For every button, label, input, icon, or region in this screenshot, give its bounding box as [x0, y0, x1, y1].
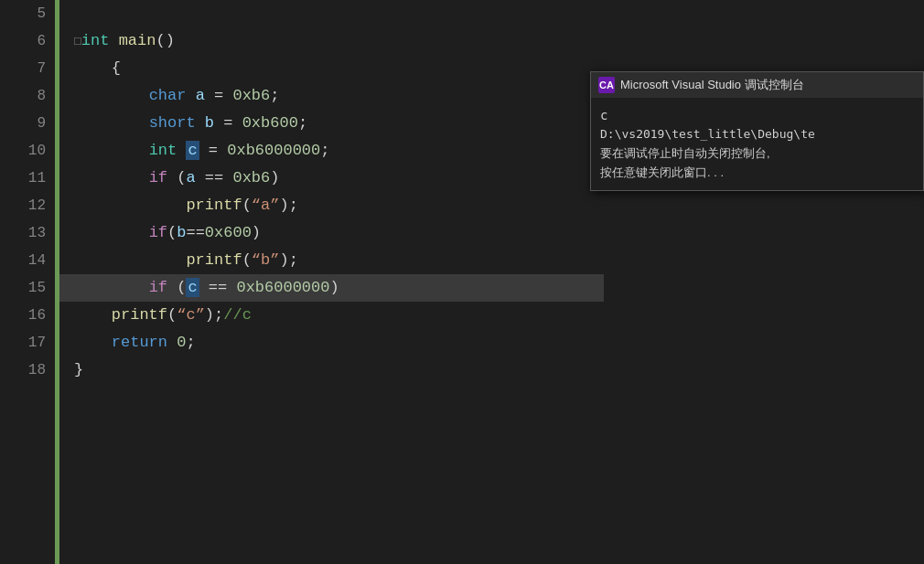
code-editor[interactable]: 5 6 7 8 9 10 11 12 13 14 15 16 17 18 □in… [0, 0, 604, 564]
line-num-6: 6 [0, 27, 46, 55]
line-num-10: 10 [0, 137, 46, 165]
code-line-9: short b = 0xb600; [59, 110, 604, 137]
code-line-17: return 0; [59, 329, 604, 356]
code-line-11: if (a == 0xb6) [59, 165, 604, 192]
debug-console-window[interactable]: CA Microsoft Visual Studio 调试控制台 c D:\vs… [590, 71, 924, 191]
code-line-13: if(b==0x600) [59, 219, 604, 247]
code-line-15: if (c == 0xb6000000) [59, 274, 604, 302]
code-line-14: printf(“b”); [59, 247, 604, 274]
line-num-16: 16 [0, 302, 46, 329]
line-num-9: 9 [0, 110, 46, 137]
line-num-11: 11 [0, 165, 46, 192]
line-num-14: 14 [0, 247, 46, 274]
line-numbers: 5 6 7 8 9 10 11 12 13 14 15 16 17 18 [0, 0, 55, 564]
debug-console-titlebar[interactable]: CA Microsoft Visual Studio 调试控制台 [591, 72, 923, 98]
debug-output-line-4: 按任意键关闭此窗口. . . [600, 164, 914, 183]
code-line-8: char a = 0xb6; [59, 82, 604, 110]
debug-console-title: Microsoft Visual Studio 调试控制台 [620, 77, 804, 93]
line-num-7: 7 [0, 55, 46, 82]
debug-console-icon: CA [598, 77, 615, 93]
debug-output-line-1: c [600, 105, 914, 125]
code-line-12: printf(“a”); [59, 192, 604, 219]
line-num-17: 17 [0, 329, 46, 356]
line-num-12: 12 [0, 192, 46, 219]
line-num-18: 18 [0, 356, 46, 384]
line-num-5: 5 [0, 0, 46, 27]
code-line-5 [59, 0, 604, 27]
code-line-6: □int main() [59, 27, 604, 55]
line-num-8: 8 [0, 82, 46, 110]
line-num-13: 13 [0, 219, 46, 247]
code-line-18: } [59, 356, 604, 384]
debug-console-content: c D:\vs2019\test_little\Debug\te 要在调试停止时… [591, 98, 923, 190]
debug-output-line-3: 要在调试停止时自动关闭控制台, [600, 144, 914, 164]
code-line-7: { [59, 55, 604, 82]
line-num-15: 15 [0, 274, 46, 302]
debug-output-line-2: D:\vs2019\test_little\Debug\te [600, 125, 914, 144]
code-content[interactable]: □int main() { char a = 0xb6; short b = 0… [59, 0, 604, 564]
code-line-10: int c = 0xb6000000; [59, 137, 604, 165]
code-line-16: printf(“c”);//c [59, 302, 604, 329]
